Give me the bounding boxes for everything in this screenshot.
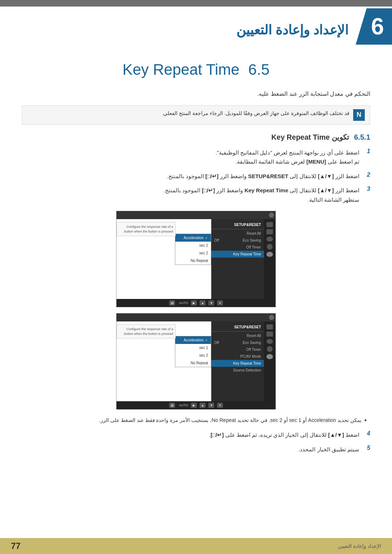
- chapter-header: الإعداد وإعادة التعيين 6: [0, 7, 392, 46]
- footer-page-num: 77: [11, 541, 21, 551]
- screen-submenu-1: ✓ Acceleration 1 sec 2 sec No Repeat: [175, 234, 211, 265]
- submenu-1sec-1: 1 sec: [175, 242, 211, 249]
- screen-tooltip-2: Configure the response rate of a button …: [117, 324, 176, 338]
- screen-icon-2: [269, 315, 274, 320]
- screen-sidebar-2: [264, 321, 275, 401]
- sub-section-title-ar: تكوين: [330, 133, 349, 141]
- step-num-2: 2: [363, 172, 370, 178]
- menu-item-timer-1: Off Timer: [211, 244, 264, 251]
- submenu-acceleration-2: ✓ Acceleration: [175, 336, 211, 344]
- screen-submenu-2: ✓ Acceleration 1 sec 2 sec No Repeat: [175, 336, 211, 367]
- section-number: 6.5: [248, 61, 269, 78]
- step-1: 1 اضغط على أي زر بواجهة المنتج لعرض "دلي…: [22, 148, 370, 167]
- auto-label-1: AUTO: [179, 301, 188, 305]
- step-text-5: سيتم تطبيق الخيار المحدد.: [298, 445, 359, 454]
- sidebar2-icon-3: [266, 339, 273, 344]
- step-num-3: 3: [363, 186, 370, 192]
- btn-down-2: ▼: [208, 403, 214, 408]
- step-num-5: 5: [363, 445, 370, 451]
- sidebar-icon-1: [266, 222, 273, 227]
- btn-power-2: ⏻: [169, 403, 175, 408]
- btn-power-1: ⏻: [169, 300, 175, 305]
- menu-item-source-2: Source Detection: [211, 367, 264, 374]
- screen-2: SETUP&RESET Reset All Eco SavingOff Off …: [116, 313, 276, 410]
- menu-header-2: SETUP&RESET: [211, 324, 264, 332]
- menu-item-reset-all-2: Reset All: [211, 332, 264, 339]
- top-bar: [0, 0, 392, 7]
- step-text-3: اضغط الزر [▼/▲] للانتقال إلى Key Repeat …: [163, 186, 359, 204]
- sidebar-icon-3: [266, 237, 273, 242]
- screen-bottom-bar-2: ✕ ▼ ▲ ▶ AUTO ⏻: [117, 401, 275, 409]
- submenu-acceleration-1: ✓ Acceleration: [175, 234, 211, 242]
- screen-1: SETUP&RESET Reset All Eco SavingOff Off …: [116, 211, 276, 307]
- btn-up-2: ▲: [200, 403, 205, 408]
- screen-body-2: SETUP&RESET Reset All Eco SavingOff Off …: [117, 321, 275, 401]
- step-3: 3 اضغط الزر [▼/▲] للانتقال إلى Key Repea…: [22, 186, 370, 204]
- sidebar2-icon-2: [266, 332, 273, 337]
- auto-label-2: AUTO: [179, 403, 188, 407]
- bullet-dot: •: [364, 416, 367, 425]
- note-icon: N: [353, 109, 365, 121]
- btn-x-2: ✕: [217, 403, 223, 408]
- sidebar-icon-4: [267, 244, 273, 250]
- screen-top-bar-2: [117, 313, 275, 321]
- submenu-2sec-1: 2 sec: [175, 249, 211, 257]
- menu-item-keyrepeat-1: Key Repeat Time: [211, 251, 264, 258]
- section-title-block: 6.5 Key Repeat Time: [22, 61, 370, 78]
- submenu-norepeat-1: No Repeat: [175, 257, 211, 264]
- step-text-2: اضغط الزر [▼/▲] للانتقال إلى SETUP&RESET…: [167, 172, 359, 181]
- screen-top-bar-1: [117, 211, 275, 219]
- chapter-title: الإعداد وإعادة التعيين: [236, 22, 348, 38]
- note-text: قد تختلف الوظائف المتوفرة على جهاز العرض…: [162, 109, 350, 117]
- btn-down-1: ▼: [208, 300, 214, 305]
- sub-section-heading: 6.5.1 تكوين Key Repeat Time: [22, 133, 370, 141]
- sub-section-num: 6.5.1: [354, 133, 370, 141]
- screen-icon-1: [269, 213, 274, 218]
- screens-container: SETUP&RESET Reset All Eco SavingOff Off …: [22, 211, 370, 410]
- step-4: 4 اضغط [▼/▲] للانتقال إلى الخيار الذي تر…: [22, 430, 370, 440]
- screen-tooltip-1: Configure the response rate of a button …: [117, 222, 176, 236]
- menu-item-timer-2: Off Timer: [211, 346, 264, 353]
- screen-bottom-bar-1: ✕ ▼ ▲ ▶ AUTO ⏻: [117, 299, 275, 307]
- step-2: 2 اضغط الزر [▼/▲] للانتقال إلى SETUP&RES…: [22, 172, 370, 181]
- menu-item-eco-2: Eco SavingOff: [211, 339, 264, 346]
- submenu-norepeat-2: No Repeat: [175, 359, 211, 367]
- btn-up-1: ▲: [200, 300, 205, 305]
- menu-item-keyrepeat-2: Key Repeat Time: [211, 360, 264, 367]
- step-5: 5 سيتم تطبيق الخيار المحدد.: [22, 445, 370, 454]
- main-content: 6.5 Key Repeat Time التحكم في معدل استجا…: [0, 46, 392, 473]
- section-title-text: Key Repeat Time: [122, 61, 239, 78]
- footer-text: الإعداد وإعادة التعيين: [338, 543, 381, 549]
- screen-body-1: SETUP&RESET Reset All Eco SavingOff Off …: [117, 219, 275, 299]
- step-num-4: 4: [363, 430, 370, 437]
- bullet-note: • يمكن تحديد Acceleration أو sec 1 أو se…: [22, 416, 370, 425]
- submenu-2sec-2: 2 sec: [175, 352, 211, 359]
- screen-sidebar-1: [264, 219, 275, 299]
- sidebar2-icon-5: [266, 354, 273, 359]
- btn-enter-2: ▶: [191, 403, 197, 408]
- sidebar2-icon-4: [267, 346, 273, 352]
- step-num-1: 1: [363, 148, 370, 155]
- sub-section-title-en: Key Repeat Time: [271, 133, 330, 141]
- menu-item-reset-all-1: Reset All: [211, 230, 264, 237]
- screen-menu-2: SETUP&RESET Reset All Eco SavingOff Off …: [211, 321, 264, 401]
- menu-item-pcav-2: PC/AV Mode: [211, 353, 264, 360]
- sidebar-icon-2: [266, 229, 273, 234]
- menu-header-1: SETUP&RESET: [211, 221, 264, 229]
- screen-menu-1: SETUP&RESET Reset All Eco SavingOff Off …: [211, 219, 264, 299]
- chapter-number: 6: [371, 13, 384, 40]
- bullet-note-text: يمكن تحديد Acceleration أو sec 1 أو sec …: [99, 416, 362, 425]
- sidebar2-icon-1: [266, 324, 273, 329]
- btn-enter-1: ▶: [191, 300, 197, 305]
- btn-x-1: ✕: [217, 300, 223, 305]
- submenu-1sec-2: 1 sec: [175, 344, 211, 352]
- step-text-1: اضغط على أي زر بواجهة المنتج لعرض "دليل …: [216, 148, 359, 167]
- chapter-number-box: 6: [356, 8, 392, 45]
- description-text: التحكم في معدل استجابة الزر عند الضغط عل…: [22, 89, 370, 99]
- footer: 77 الإعداد وإعادة التعيين: [0, 538, 392, 554]
- menu-item-eco-1: Eco SavingOff: [211, 237, 264, 244]
- sidebar-icon-5: [266, 252, 273, 257]
- step-text-4: اضغط [▼/▲] للانتقال إلى الخيار الذي تريد…: [209, 430, 359, 440]
- note-box: N قد تختلف الوظائف المتوفرة على جهاز الع…: [22, 105, 370, 125]
